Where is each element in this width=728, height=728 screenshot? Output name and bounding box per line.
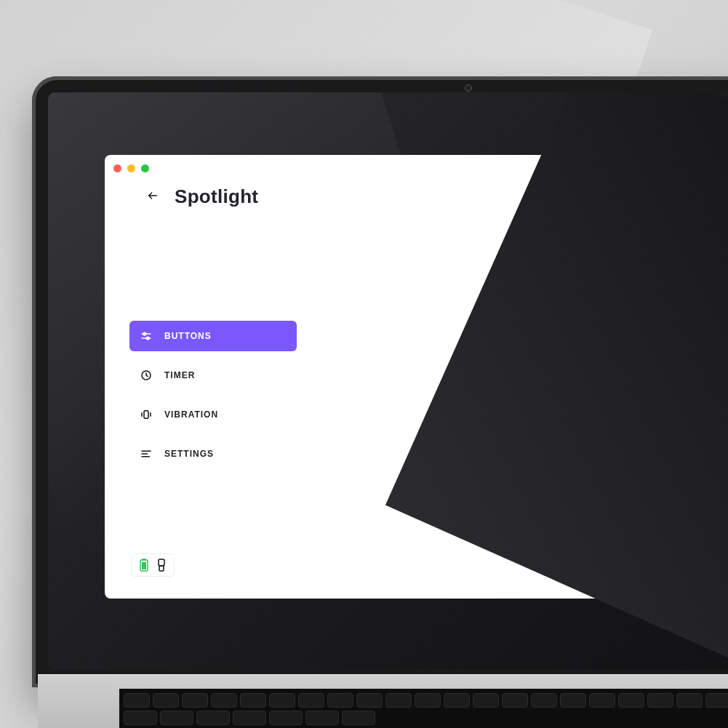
callout-node: [669, 357, 679, 367]
svg-rect-16: [142, 562, 146, 569]
back-arrow-icon: [147, 190, 159, 201]
sidebar-item-buttons[interactable]: BUTTONS: [129, 321, 297, 351]
laptop-camera: [465, 84, 472, 92]
back-button[interactable]: [143, 190, 163, 204]
laptop-frame: Spotlight BUTTONS TIMER: [32, 76, 728, 687]
callout-subtitle: Back button: [617, 362, 676, 371]
app-window: Spotlight BUTTONS TIMER: [105, 155, 728, 599]
svg-point-8: [146, 337, 149, 340]
device-preview: Highlight Pointer button Start presentat…: [541, 235, 728, 548]
laptop-keyboard: [119, 689, 728, 728]
svg-rect-18: [159, 566, 164, 571]
laptop-screen: Spotlight BUTTONS TIMER: [48, 92, 728, 670]
callout-node: [710, 317, 720, 327]
sidebar-item-timer[interactable]: TIMER: [129, 360, 297, 391]
sidebar-item-vibration[interactable]: VIBRATION: [129, 399, 297, 430]
settings-lines-icon: [140, 447, 153, 460]
remote-pointer-button[interactable]: [683, 280, 703, 300]
svg-rect-17: [159, 559, 164, 566]
page-title: Spotlight: [175, 185, 258, 208]
sliders-icon: [140, 329, 153, 343]
header: Spotlight: [143, 185, 728, 208]
window-zoom-button[interactable]: [141, 164, 149, 172]
remote-device: [665, 249, 721, 511]
callout-node: [669, 280, 679, 290]
clock-icon: [140, 369, 153, 382]
sidebar-item-label: SETTINGS: [164, 449, 287, 459]
remote-back-button[interactable]: [683, 361, 703, 382]
battery-icon: [139, 559, 149, 572]
vibration-icon: [140, 408, 153, 421]
callout-node: [669, 317, 679, 327]
mouse-cursor: [652, 295, 663, 306]
callout-subtitle: Pointer button: [612, 282, 663, 291]
window-controls: [113, 164, 149, 172]
remote-next-button[interactable]: [674, 313, 712, 351]
sidebar-item-label: BUTTONS: [164, 331, 287, 341]
svg-rect-10: [144, 411, 148, 419]
sidebar-item-label: VIBRATION: [164, 409, 287, 420]
callout-title: Blank screen: [617, 351, 676, 362]
callout-node: [681, 358, 692, 368]
sidebar-item-label: TIMER: [164, 370, 287, 380]
sidebar-item-settings[interactable]: SETTINGS: [129, 439, 297, 469]
svg-point-6: [143, 332, 146, 335]
status-bar: [131, 553, 175, 577]
window-minimize-button[interactable]: [127, 164, 135, 172]
callout-title: Highlight: [612, 271, 663, 282]
chevron-right-icon: [688, 327, 698, 337]
callout-node: [681, 281, 691, 291]
callout-blank-screen[interactable]: Blank screen Back button: [608, 345, 684, 377]
sidebar: BUTTONS TIMER VIBRATION: [129, 321, 297, 478]
window-close-button[interactable]: [113, 164, 121, 172]
receiver-icon: [156, 559, 167, 572]
callout-highlight[interactable]: Highlight Pointer button: [604, 265, 671, 297]
